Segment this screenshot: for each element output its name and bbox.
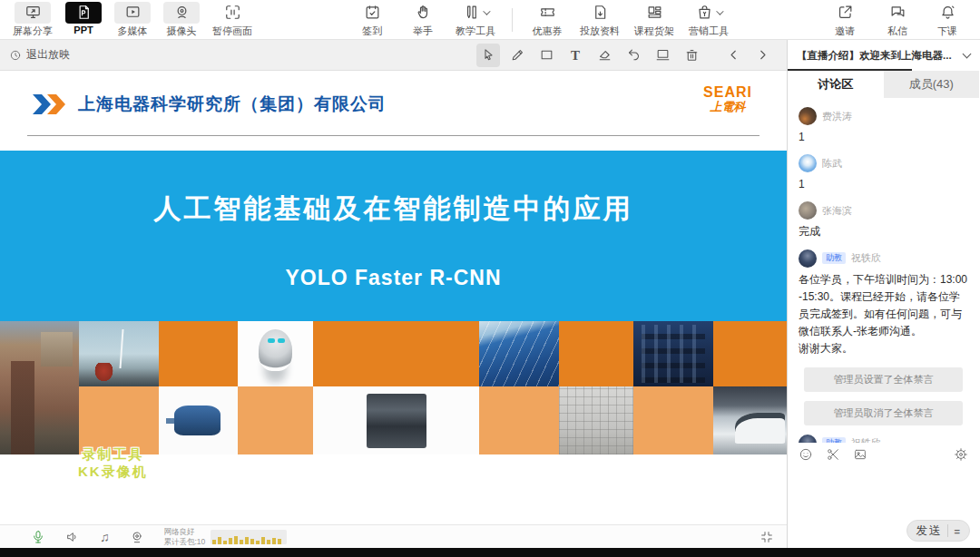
exit-presentation-button[interactable]: 退出放映 <box>9 47 70 63</box>
message-text: 完成 <box>799 223 968 240</box>
message-input[interactable] <box>788 466 979 513</box>
screenshot-scissors-button[interactable] <box>826 447 840 462</box>
end-class-icon <box>939 2 956 24</box>
camera-label: 摄像头 <box>167 24 197 38</box>
webcam-toggle-button[interactable] <box>130 530 144 544</box>
system-notice: 管理员取消了全体禁言 <box>804 401 963 425</box>
eraser-icon <box>597 47 612 63</box>
network-quality-graph <box>211 530 287 544</box>
packet-loss: 累计丢包:10 <box>164 537 206 546</box>
circuit-breaker-photo <box>313 386 479 454</box>
invite-label: 邀请 <box>835 24 855 38</box>
sender-name: 陈武 <box>822 157 842 171</box>
assistant-badge: 助教 <box>822 252 846 265</box>
pause-screen-icon <box>224 2 241 24</box>
exit-fullscreen-button[interactable] <box>760 530 774 544</box>
live-intro-header[interactable]: 【直播介绍】欢迎来到上海电器... <box>788 40 979 71</box>
sidebar-tabs: 讨论区 成员(43) <box>788 71 979 98</box>
orange-square <box>559 321 634 386</box>
anechoic-chamber-photo <box>559 386 634 454</box>
materials-label: 投放资料 <box>580 24 620 38</box>
materials-button[interactable]: 投放资料 <box>580 2 620 38</box>
pause-screen-button[interactable]: 暂停画面 <box>212 2 252 38</box>
text-tool-button[interactable] <box>564 44 587 67</box>
rectangle-tool-button[interactable] <box>534 44 558 67</box>
orange-square <box>633 386 712 454</box>
slide-title: 人工智能基础及在智能制造中的应用 <box>0 151 787 228</box>
course-shelf-button[interactable]: 课程货架 <box>634 2 674 38</box>
clear-all-button[interactable] <box>680 44 703 67</box>
emoji-button[interactable] <box>799 447 813 462</box>
check-in-icon <box>364 2 381 24</box>
orange-square <box>479 386 558 454</box>
header-underline <box>788 69 912 71</box>
materials-icon <box>592 2 609 24</box>
pen-tool-button[interactable] <box>505 44 529 67</box>
presentation-area: 退出放映 <box>0 40 788 548</box>
marketing-tools-button[interactable]: 营销工具 <box>689 2 729 38</box>
message-text: 1 <box>799 129 968 146</box>
screen-share-button[interactable]: 屏幕分享 <box>13 2 53 38</box>
chevron-down-icon <box>716 7 723 15</box>
eraser-tool-button[interactable] <box>593 44 616 67</box>
status-bar: 网络良好 累计丢包:10 <box>0 524 787 548</box>
rectangle-icon <box>539 47 554 63</box>
message-text: 1 <box>799 176 968 193</box>
raise-hand-icon <box>415 2 432 24</box>
image-upload-button[interactable] <box>853 447 867 462</box>
check-in-button[interactable]: 签到 <box>354 2 390 38</box>
teaching-tools-button[interactable]: 教学工具 <box>456 2 495 38</box>
speaker-button[interactable] <box>65 530 80 544</box>
next-page-button[interactable] <box>750 44 774 67</box>
previous-page-button[interactable] <box>721 44 745 67</box>
multimedia-button[interactable]: 多媒体 <box>114 2 151 38</box>
chat-settings-gear-button[interactable] <box>954 447 968 462</box>
sender-name: 张海滨 <box>822 204 852 218</box>
watermark-line2: KK录像机 <box>78 464 148 481</box>
coupon-button[interactable]: 优惠券 <box>529 2 565 38</box>
slide-header: 上海电器科学研究所（集团）有限公司 SEARI 上電科 <box>27 76 760 136</box>
live-intro-title: 【直播介绍】欢迎来到上海电器... <box>797 49 958 63</box>
microphone-button[interactable] <box>31 530 45 544</box>
tab-members[interactable]: 成员(43) <box>884 71 980 98</box>
end-class-label: 下课 <box>937 24 957 38</box>
background-music-button[interactable] <box>100 530 110 544</box>
multimedia-icon <box>114 2 151 24</box>
undo-button[interactable] <box>622 44 645 67</box>
send-label: 发送 <box>916 523 943 539</box>
network-info: 网络良好 累计丢包:10 <box>164 527 206 545</box>
send-button[interactable]: 发送 <box>906 520 970 542</box>
class-tools-group: 签到 举手 教学工具 优惠券 <box>354 2 729 38</box>
ppt-label: PPT <box>74 24 93 35</box>
avatar <box>799 435 817 444</box>
send-divider <box>947 524 948 537</box>
ppt-button[interactable]: PPT <box>65 2 102 35</box>
message-text: 各位学员，下午培训时间为：13:00-15:30。课程已经开始，请各位学员完成签… <box>799 271 968 358</box>
screen-share-label: 屏幕分享 <box>13 24 53 38</box>
camera-icon <box>163 2 200 24</box>
ppt-icon <box>65 2 102 24</box>
whiteboard-button[interactable] <box>651 44 674 67</box>
camera-button[interactable]: 摄像头 <box>163 2 200 38</box>
private-message-button[interactable]: 私信 <box>879 2 916 38</box>
raise-hand-button[interactable]: 举手 <box>405 2 441 38</box>
double-chevron-icon <box>33 94 69 114</box>
chat-message: 助教 祝轶欣 课间休息：14:12-14:22 <box>799 435 968 444</box>
cursor-tool-button[interactable] <box>476 44 500 67</box>
chevron-down-icon[interactable] <box>963 50 972 59</box>
chevron-left-icon <box>726 47 741 63</box>
company-name: 上海电器科学研究所（集团）有限公司 <box>78 93 387 116</box>
toolbar-divider <box>512 8 513 32</box>
invite-button[interactable]: 邀请 <box>827 2 863 38</box>
institute-building-photo <box>0 321 79 454</box>
bottom-black-strip <box>0 548 980 557</box>
sender-name: 费洪涛 <box>822 110 852 123</box>
end-class-button[interactable]: 下课 <box>929 2 965 38</box>
send-options-icon[interactable] <box>955 523 960 539</box>
chat-message-list[interactable]: 费洪涛 1 陈武 1 张海滨 完成 <box>788 98 979 443</box>
tab-discussion[interactable]: 讨论区 <box>788 71 884 98</box>
wind-turbine-photo <box>79 321 158 386</box>
chevron-right-icon <box>755 47 770 63</box>
avatar <box>799 201 817 220</box>
cursor-icon <box>481 47 496 63</box>
